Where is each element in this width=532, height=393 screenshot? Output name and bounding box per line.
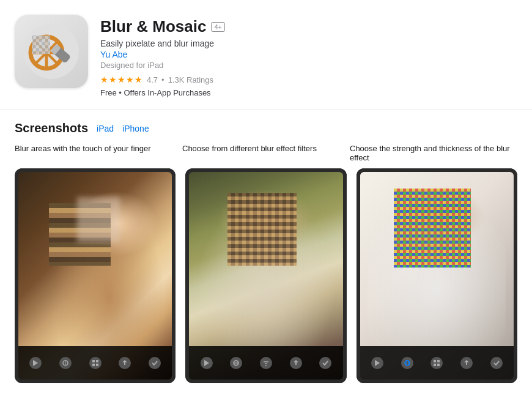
svg-rect-30: [437, 360, 440, 362]
toolbar-btn-1a[interactable]: [29, 357, 42, 369]
toolbar-btn-2b[interactable]: [230, 357, 242, 369]
screenshot-image-2: [189, 172, 342, 380]
check-icon-3: [493, 359, 500, 367]
screenshots-section: Screenshots iPad iPhone Blur areas with …: [0, 110, 532, 383]
toolbar-btn-3c[interactable]: [430, 357, 443, 369]
svg-marker-19: [204, 360, 209, 366]
svg-rect-17: [92, 364, 95, 366]
ipad-toolbar-2: [189, 346, 342, 380]
app-title-row: Blur & Mosaic 4+: [100, 17, 517, 36]
share-icon: [121, 359, 128, 367]
toolbar-btn-1e[interactable]: [149, 357, 161, 369]
svg-point-21: [235, 361, 237, 365]
blur-face-1: [77, 197, 120, 243]
toolbar-btn-2d[interactable]: [290, 357, 302, 369]
grid-icon-3: [433, 359, 440, 367]
ipad-frame-1: 9:41 AM ▲ ■ ■: [15, 168, 175, 383]
ipad-toolbar-3: [360, 346, 514, 380]
statusbar-time-3: 3:00 PM: [365, 175, 383, 181]
statusbar-time-2: 11:15 AM: [194, 175, 215, 181]
age-badge: 4+: [211, 22, 225, 32]
toolbar-btn-3d[interactable]: [460, 357, 473, 369]
check-icon: [151, 359, 158, 367]
svg-rect-15: [92, 360, 95, 362]
rating-dot: •: [161, 75, 164, 84]
toolbar-btn-1c[interactable]: [89, 357, 102, 369]
person-layer-1: [26, 183, 164, 346]
toolbar-btn-3b[interactable]: [401, 357, 413, 369]
svg-point-13: [63, 361, 68, 365]
check-icon-2: [322, 359, 329, 367]
tab-iphone[interactable]: iPhone: [122, 124, 149, 133]
screenshots-images-row: 9:41 AM ▲ ■ ■: [15, 168, 517, 383]
person-layer-3: [368, 183, 506, 346]
screenshot-item-3: 3:00 PM ▲ ■ ■: [357, 168, 517, 383]
toolbar-btn-3a[interactable]: [371, 357, 383, 369]
mosaic-effect-2: [227, 193, 297, 266]
toolbar-btn-3e[interactable]: [490, 357, 503, 369]
screenshots-title: Screenshots: [15, 121, 88, 135]
app-icon-svg: [21, 21, 82, 82]
share-icon-2: [292, 359, 300, 367]
toolbar-btn-1b[interactable]: [59, 357, 72, 369]
tab-ipad[interactable]: iPad: [97, 124, 114, 133]
screenshots-header: Screenshots iPad iPhone: [15, 121, 517, 135]
svg-point-28: [406, 361, 408, 365]
toolbar-btn-2e[interactable]: [319, 357, 331, 369]
app-title: Blur & Mosaic: [100, 17, 206, 36]
statusbar-1: 9:41 AM ▲ ■ ■: [18, 172, 172, 183]
statusbar-icons-1: ▲ ■ ■: [153, 175, 167, 181]
app-developer-link[interactable]: Yu Abe: [100, 50, 517, 59]
rating-stars: ★★★★★: [100, 75, 143, 84]
toolbar-btn-1d[interactable]: [119, 357, 131, 369]
statusbar-3: 3:00 PM ▲ ■ ■: [360, 172, 514, 183]
toolbar-btn-2c[interactable]: [260, 357, 272, 369]
svg-marker-26: [375, 360, 380, 366]
screenshot-item-2: 11:15 AM ▲ ■ ■: [185, 168, 346, 383]
mosaic-effect-1: [49, 203, 111, 266]
app-subtitle: Easily pixelate and blur image: [100, 39, 517, 48]
svg-point-20: [234, 361, 238, 365]
app-icon-inner: [15, 15, 88, 88]
app-designed-for: Designed for iPad: [100, 61, 517, 70]
filter-icon: [262, 359, 270, 367]
screenshot-image-1: [18, 172, 172, 380]
svg-marker-12: [33, 360, 38, 366]
ipad-screen-1: 9:41 AM ▲ ■ ■: [18, 172, 172, 380]
ipad-frame-2: 11:15 AM ▲ ■ ■: [185, 168, 346, 383]
globe-icon-3: [404, 359, 411, 367]
rating-row: ★★★★★ 4.7 • 1.3K Ratings: [100, 75, 517, 84]
play-icon: [32, 359, 39, 367]
statusbar-icons-3: ▲ ■ ■: [495, 175, 509, 181]
screenshot-image-3: [360, 172, 514, 380]
app-header: Blur & Mosaic 4+ Easily pixelate and blu…: [0, 0, 532, 110]
svg-rect-18: [96, 364, 98, 366]
svg-point-27: [405, 361, 410, 365]
screenshot-item-1: 9:41 AM ▲ ■ ■: [15, 168, 175, 383]
mosaic-effect-3: [394, 189, 471, 268]
toolbar-btn-2a[interactable]: [201, 357, 213, 369]
svg-rect-9: [32, 36, 50, 54]
ipad-frame-3: 3:00 PM ▲ ■ ■: [357, 168, 517, 383]
ipad-screen-2: 11:15 AM ▲ ■ ■: [189, 172, 342, 380]
ipad-toolbar-1: [18, 346, 172, 380]
app-icon: [15, 15, 88, 88]
screenshot-desc-1: Blur areas with the touch of your finger: [15, 144, 182, 162]
grid-icon: [92, 359, 99, 367]
play-icon-3: [374, 359, 381, 367]
screenshots-description-row: Blur areas with the touch of your finger…: [15, 144, 517, 162]
share-icon-3: [463, 359, 470, 367]
price-row: Free • Offers In-App Purchases: [100, 88, 517, 97]
ipad-screen-3: 3:00 PM ▲ ■ ■: [360, 172, 514, 380]
rating-count: 1.3K Ratings: [168, 75, 213, 84]
screenshot-desc-2: Choose from different blur effect filter…: [182, 144, 350, 162]
svg-rect-29: [434, 360, 436, 362]
statusbar-2: 11:15 AM ▲ ■ ■: [189, 172, 342, 183]
person-layer-2: [197, 183, 335, 346]
statusbar-time-1: 9:41 AM: [23, 175, 41, 181]
svg-rect-16: [96, 360, 98, 362]
play-icon-2: [203, 359, 210, 367]
svg-rect-32: [437, 364, 440, 366]
app-info: Blur & Mosaic 4+ Easily pixelate and blu…: [100, 15, 517, 97]
screenshot-desc-3: Choose the strength and thickness of the…: [350, 144, 517, 162]
